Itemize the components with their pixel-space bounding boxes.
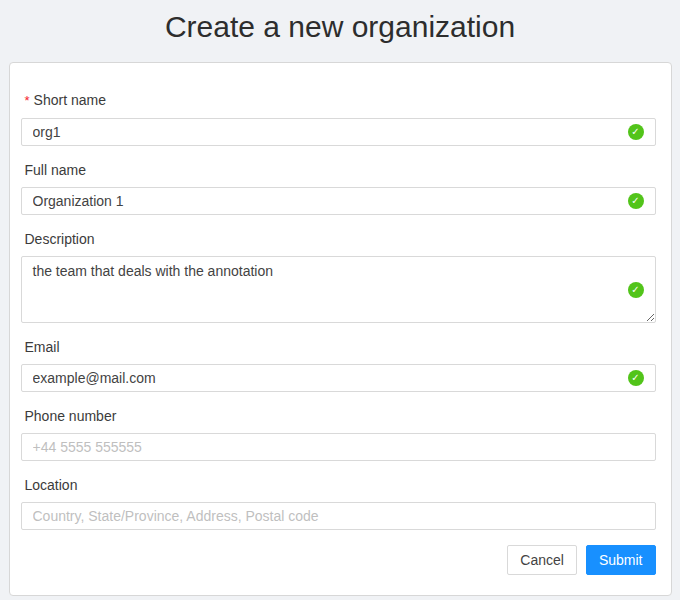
full-name-label-text: Full name bbox=[25, 162, 86, 178]
description-textarea[interactable]: the team that deals with the annotation bbox=[21, 256, 656, 323]
phone-number-label-text: Phone number bbox=[25, 408, 117, 424]
form-item-full-name: Full name ✓ bbox=[21, 161, 656, 215]
phone-number-label: Phone number bbox=[21, 407, 656, 425]
create-organization-form-card: *Short name ✓ Full name ✓ Description th… bbox=[9, 62, 672, 596]
email-label-text: Email bbox=[25, 339, 60, 355]
email-label: Email bbox=[21, 338, 656, 356]
short-name-label-text: Short name bbox=[34, 92, 106, 108]
form-item-short-name: *Short name ✓ bbox=[21, 91, 656, 146]
description-label: Description bbox=[21, 230, 656, 248]
form-item-description: Description the team that deals with the… bbox=[21, 230, 656, 323]
location-label: Location bbox=[21, 476, 656, 494]
email-input[interactable] bbox=[21, 364, 656, 392]
phone-number-input[interactable] bbox=[21, 433, 656, 461]
description-label-text: Description bbox=[25, 231, 95, 247]
location-input[interactable] bbox=[21, 502, 656, 530]
form-item-phone-number: Phone number bbox=[21, 407, 656, 461]
form-actions: Cancel Submit bbox=[21, 545, 656, 575]
submit-button[interactable]: Submit bbox=[586, 545, 656, 575]
form-item-location: Location bbox=[21, 476, 656, 530]
full-name-input[interactable] bbox=[21, 187, 656, 215]
form-item-email: Email ✓ bbox=[21, 338, 656, 392]
short-name-label: *Short name bbox=[21, 91, 656, 110]
short-name-input[interactable] bbox=[21, 118, 656, 146]
required-asterisk: * bbox=[25, 93, 30, 108]
location-label-text: Location bbox=[25, 477, 78, 493]
full-name-label: Full name bbox=[21, 161, 656, 179]
page-title: Create a new organization bbox=[0, 0, 680, 45]
cancel-button[interactable]: Cancel bbox=[507, 545, 577, 575]
